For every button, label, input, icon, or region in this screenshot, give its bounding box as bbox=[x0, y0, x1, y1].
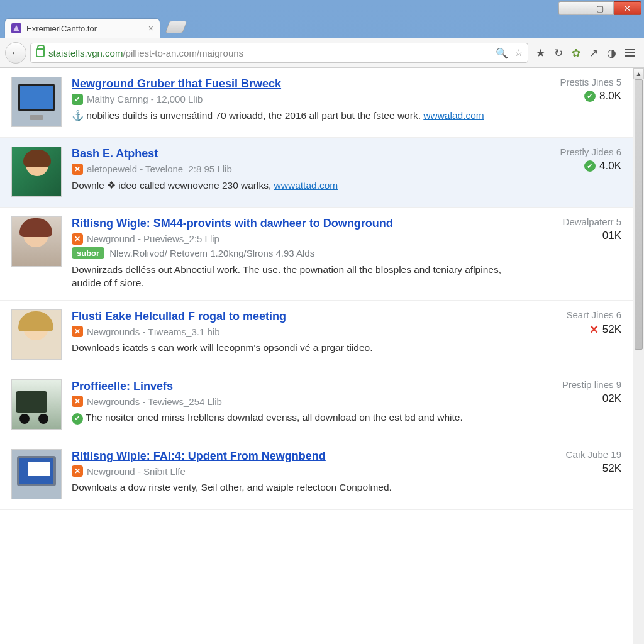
result-title-link[interactable]: Flusti Eake Helcullad F rogal to meeting bbox=[72, 310, 286, 323]
new-tab-button[interactable] bbox=[165, 21, 187, 33]
result-meta-count: ✕52K bbox=[526, 323, 621, 336]
window-titlebar: — ▢ ✕ bbox=[0, 0, 644, 16]
scrollbar-thumb[interactable] bbox=[635, 79, 643, 350]
result-description-link[interactable]: wwwalad.com bbox=[423, 110, 484, 121]
result-subline-2-text: Nlew.Rolıvod/ Retovem 1.20kng/Slrons 4.9… bbox=[109, 248, 314, 258]
url-domain: staistells,vgn.com bbox=[48, 48, 123, 58]
search-icon[interactable]: 🔍 bbox=[496, 47, 508, 59]
back-button[interactable]: ← bbox=[5, 42, 26, 64]
result-item: Flusti Eake Helcullad F rogal to meeting… bbox=[0, 301, 633, 370]
check-icon bbox=[72, 413, 83, 425]
result-subline: ✕Newgrounds - Tewiews_254 Llib bbox=[72, 396, 521, 407]
result-description: ⚓ nobilies duilds is unvensátind 70 wrio… bbox=[72, 109, 521, 123]
result-subline: ✕aletopeweld - Tevelone_2:8 95 Llib bbox=[72, 164, 521, 175]
result-meta-count: 4.0K bbox=[526, 160, 621, 172]
warning-badge-icon: ✕ bbox=[72, 396, 83, 407]
result-subline-2: suborNlew.Rolıvod/ Retovem 1.20kng/Slron… bbox=[72, 247, 521, 259]
tab-strip: ExremierlCantto.for × bbox=[0, 16, 644, 38]
result-description: Downirzads delléss out Abnoctiul work. T… bbox=[72, 263, 521, 290]
result-meta-count: 01K bbox=[526, 230, 621, 242]
result-item: Proffieelle: Linvefs✕Newgrounds - Tewiew… bbox=[0, 370, 633, 440]
warning-badge-icon: ✕ bbox=[72, 164, 83, 175]
result-meta-date: Prestly Jides 6 bbox=[526, 147, 621, 157]
result-thumbnail[interactable] bbox=[11, 379, 62, 430]
refresh-icon[interactable]: ↻ bbox=[554, 47, 563, 60]
result-author: Newgrounds - Tıweams_3.1 hib bbox=[87, 326, 220, 337]
result-thumbnail[interactable] bbox=[11, 309, 62, 360]
result-meta-date: Dewalpaterr 5 bbox=[526, 216, 621, 227]
url-path: /pilliest-to-an.com/maigrouns bbox=[123, 48, 243, 58]
result-meta-count: 52K bbox=[526, 462, 621, 475]
result-description: Downloads icatds s can work will leeopnm… bbox=[72, 341, 521, 355]
share-icon[interactable]: ↗ bbox=[589, 47, 598, 60]
window-minimize-button[interactable]: — bbox=[558, 1, 586, 15]
result-meta-count: 02K bbox=[526, 392, 621, 405]
result-subline: ✓Malthy Carnng - 12,000 Llib bbox=[72, 94, 521, 105]
bookmark-outline-icon[interactable]: ☆ bbox=[514, 47, 523, 59]
result-meta-date: Prestis Jines 5 bbox=[526, 77, 621, 87]
plant-icon[interactable]: ✿ bbox=[572, 47, 580, 60]
progress-icon[interactable]: ◑ bbox=[607, 47, 616, 60]
warning-badge-icon: ✕ bbox=[72, 326, 83, 337]
result-item: Ritlisng Wiple: FAI:4: Updent From Newgn… bbox=[0, 440, 633, 510]
result-author: Newground - Snibıt Llfe bbox=[87, 466, 186, 477]
result-author: Malthy Carnng - 12,000 Llib bbox=[87, 94, 203, 104]
result-thumbnail[interactable] bbox=[11, 147, 62, 197]
lock-icon bbox=[36, 48, 45, 57]
result-item: Ritlisng Wigle: SM44-provints with dawhe… bbox=[0, 208, 633, 301]
result-tag[interactable]: subor bbox=[72, 247, 104, 259]
vertical-scrollbar[interactable]: ▲ bbox=[633, 68, 644, 644]
result-item: Bash E. Atphest✕aletopeweld - Tevelone_2… bbox=[0, 138, 633, 208]
browser-toolbar: ← staistells,vgn.com /pilliest-to-an.com… bbox=[0, 38, 644, 68]
warning-badge-icon: ✕ bbox=[72, 233, 83, 245]
results-list: Newground Gruber tlhat Fuesil Brweck✓Mal… bbox=[0, 68, 633, 644]
result-description: Downle ❖ ideo called wewnovene 230 warlk… bbox=[72, 179, 521, 192]
result-subline: ✕Newground - Snibıt Llfe bbox=[72, 465, 521, 477]
tab-close-icon[interactable]: × bbox=[148, 23, 153, 33]
check-icon bbox=[584, 91, 596, 102]
result-item: Newground Gruber tlhat Fuesil Brweck✓Mal… bbox=[0, 68, 633, 138]
result-thumbnail[interactable] bbox=[11, 449, 62, 499]
result-meta-date: Caık Jube 19 bbox=[526, 449, 621, 460]
result-meta-date: Prestip lines 9 bbox=[526, 379, 621, 390]
result-description-link[interactable]: wwwattad.com bbox=[274, 180, 338, 191]
result-description: Downloats a dow rirste venty, Seil other… bbox=[72, 480, 521, 494]
result-title-link[interactable]: Newground Gruber tlhat Fuesil Brweck bbox=[72, 77, 281, 90]
result-title-link[interactable]: Proffieelle: Linvefs bbox=[72, 380, 173, 392]
result-description: The nositer oned mirss frebllens downlad… bbox=[72, 411, 521, 425]
result-subline: ✕Newgrounds - Tıweams_3.1 hib bbox=[72, 326, 521, 337]
result-title-link[interactable]: Ritlisng Wiple: FAI:4: Updent From Newgn… bbox=[72, 450, 326, 462]
window-close-button[interactable]: ✕ bbox=[614, 1, 641, 15]
result-meta-count: 8.0K bbox=[526, 90, 621, 103]
result-title-link[interactable]: Ritlisng Wigle: SM44-provints with dawhe… bbox=[72, 217, 393, 230]
result-thumbnail[interactable] bbox=[11, 216, 62, 267]
cross-icon: ✕ bbox=[589, 323, 599, 336]
url-bar[interactable]: staistells,vgn.com /pilliest-to-an.com/m… bbox=[30, 43, 528, 63]
verified-badge-icon: ✓ bbox=[72, 94, 83, 105]
result-meta-value: 8.0K bbox=[599, 90, 621, 103]
result-thumbnail[interactable] bbox=[11, 77, 62, 127]
browser-tab[interactable]: ExremierlCantto.for × bbox=[5, 19, 160, 38]
result-author: Newgrounds - Tewiews_254 Llib bbox=[87, 396, 222, 407]
result-meta-value: 52K bbox=[602, 323, 621, 336]
result-meta-value: 4.0K bbox=[599, 160, 621, 172]
result-author: aletopeweld - Tevelone_2:8 95 Llib bbox=[87, 164, 232, 174]
warning-badge-icon: ✕ bbox=[72, 465, 83, 477]
tab-favicon bbox=[11, 23, 21, 33]
anchor-icon: ⚓ bbox=[72, 110, 86, 121]
bookmark-icon[interactable]: ★ bbox=[536, 47, 545, 60]
check-icon bbox=[584, 160, 596, 172]
menu-icon[interactable] bbox=[625, 49, 635, 57]
result-meta-value: 02K bbox=[602, 392, 621, 405]
tab-title: ExremierlCantto.for bbox=[26, 24, 97, 33]
result-meta-value: 52K bbox=[602, 462, 621, 475]
result-author: Newground - Pueviews_2:5 Llip bbox=[87, 233, 219, 244]
result-meta-date: Seart Jines 6 bbox=[526, 309, 621, 320]
window-maximize-button[interactable]: ▢ bbox=[586, 1, 614, 15]
scroll-up-button[interactable]: ▲ bbox=[633, 68, 644, 79]
result-meta-value: 01K bbox=[602, 230, 621, 242]
result-subline: ✕Newground - Pueviews_2:5 Llip bbox=[72, 233, 521, 245]
result-title-link[interactable]: Bash E. Atphest bbox=[72, 147, 158, 160]
